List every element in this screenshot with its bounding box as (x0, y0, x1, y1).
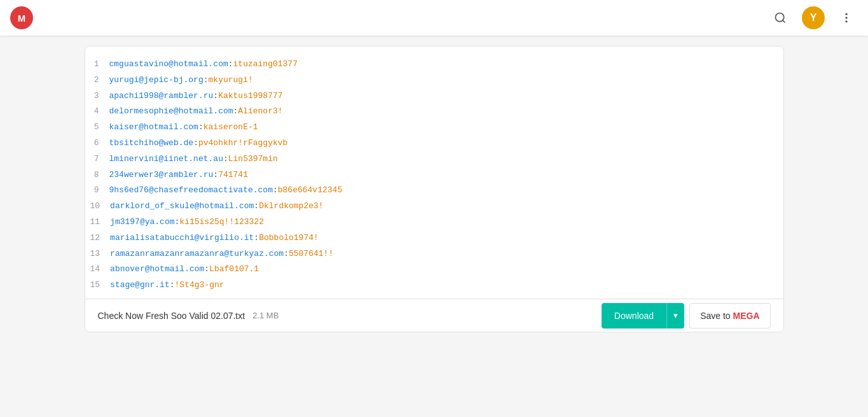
table-row: 1cmguastavino@hotmail.com:ituzaing01377 (85, 57, 783, 73)
line-number: 14 (90, 263, 111, 276)
line-separator: : (213, 90, 218, 103)
line-email: apachi1998@rambler.ru (109, 90, 214, 103)
download-dropdown-button[interactable]: ▾ (666, 303, 684, 329)
line-number: 2 (90, 74, 109, 87)
line-separator: : (254, 232, 259, 245)
line-separator: : (193, 137, 198, 150)
line-number: 11 (90, 216, 111, 229)
line-password: Kaktus1998777 (218, 90, 282, 103)
svg-point-4 (845, 20, 847, 22)
chevron-down-icon: ▾ (673, 311, 678, 320)
line-number: 13 (90, 248, 111, 261)
line-number: 4 (90, 105, 109, 118)
line-email: tbsitchiho@web.de (109, 137, 194, 150)
user-avatar[interactable]: Y (802, 6, 825, 29)
line-password: 5507641!! (289, 248, 333, 261)
download-button[interactable]: Download (602, 303, 666, 329)
footer-bar: Check Now Fresh Soo Valid 02.07.txt 2.1 … (85, 299, 783, 332)
code-area[interactable]: 1cmguastavino@hotmail.com:ituzaing013772… (85, 46, 783, 301)
line-number: 3 (90, 90, 109, 103)
line-number: 12 (90, 232, 111, 245)
line-password: Dklrdkomp2e3! (259, 200, 323, 213)
more-vert-icon (840, 11, 853, 24)
line-separator: : (203, 74, 209, 87)
line-separator: : (204, 263, 209, 276)
file-viewer: 1cmguastavino@hotmail.com:ituzaing013772… (85, 46, 784, 332)
line-password: Alienor3! (238, 105, 282, 118)
line-number: 6 (90, 137, 109, 150)
svg-point-0 (776, 13, 784, 22)
line-separator: : (170, 279, 175, 292)
line-password: Lin5397min (228, 153, 278, 166)
table-row: 11jm3197@ya.com:ki15is25q!!123322 (85, 215, 783, 230)
line-number: 9 (90, 184, 109, 197)
line-email: darklord_of_skule@hotmail.com (110, 200, 254, 213)
line-password: ki15is25q!!123322 (179, 216, 264, 229)
line-email: abnover@hotmail.com (110, 263, 204, 276)
header-right: Y (769, 6, 858, 29)
line-number: 5 (90, 121, 109, 134)
line-email: lminervini@iinet.net.au (109, 153, 223, 166)
line-password: Lbaf0107.1 (209, 263, 259, 276)
line-email: ramazanramazanramazanra@turkyaz.com (110, 248, 284, 261)
search-button[interactable] (769, 6, 792, 29)
table-row: 4delormesophie@hotmail.com:Alienor3! (85, 104, 783, 120)
line-email: delormesophie@hotmail.com (109, 105, 233, 118)
table-row: 99hs6ed76@chasefreedomactivate.com:b86e6… (85, 183, 783, 199)
line-email: yurugi@jepic-bj.org (109, 74, 203, 87)
line-separator: : (228, 58, 233, 71)
line-number: 7 (90, 153, 109, 166)
table-row: 3apachi1998@rambler.ru:Kaktus1998777 (85, 88, 783, 104)
search-icon (774, 11, 787, 24)
save-prefix: Save to (700, 311, 733, 321)
download-label: Download (614, 311, 654, 321)
line-email: jm3197@ya.com (110, 216, 174, 229)
line-email: 234werwer3@rambler.ru (109, 169, 214, 182)
table-row: 12marialisatabucchi@virgilio.it:Bobbolo1… (85, 230, 783, 246)
line-separator: : (254, 200, 259, 213)
line-email: cmguastavino@hotmail.com (109, 58, 228, 71)
mega-brand: MEGA (733, 311, 760, 321)
line-number: 15 (90, 279, 111, 292)
line-separator: : (198, 121, 203, 134)
file-info: Check Now Fresh Soo Valid 02.07.txt 2.1 … (98, 311, 279, 321)
svg-point-2 (845, 13, 847, 15)
line-separator: : (223, 153, 228, 166)
action-buttons: Download ▾ Save to MEGA (602, 303, 771, 329)
svg-point-3 (845, 17, 847, 18)
table-row: 10darklord_of_skule@hotmail.com:Dklrdkom… (85, 199, 783, 215)
file-size: 2.1 MB (252, 311, 279, 320)
line-password: ituzaing01377 (233, 58, 298, 71)
line-number: 8 (90, 169, 109, 182)
line-email: stage@gnr.it (110, 279, 170, 292)
mega-logo[interactable]: M (10, 6, 33, 29)
line-password: !St4g3-gnr (175, 279, 224, 292)
main-content: 1cmguastavino@hotmail.com:ituzaing013772… (0, 0, 868, 358)
line-separator: : (213, 169, 218, 182)
line-separator: : (175, 216, 180, 229)
line-email: kaiser@hotmail.com (109, 121, 198, 134)
save-to-mega-button[interactable]: Save to MEGA (689, 303, 770, 329)
file-name: Check Now Fresh Soo Valid 02.07.txt (98, 311, 245, 321)
line-password: 741741 (218, 169, 248, 182)
line-number: 1 (90, 58, 109, 71)
svg-line-1 (783, 20, 785, 23)
line-password: kaiseronE-1 (203, 121, 258, 134)
line-password: b86e664v12345 (278, 184, 342, 197)
line-separator: : (273, 184, 278, 197)
header-left: M (10, 6, 33, 29)
line-password: mkyurugi! (209, 74, 253, 87)
table-row: 2yurugi@jepic-bj.org:mkyurugi! (85, 73, 783, 88)
app-header: M Y (0, 0, 868, 36)
table-row: 8234werwer3@rambler.ru:741741 (85, 167, 783, 183)
more-options-button[interactable] (835, 6, 858, 29)
table-row: 5kaiser@hotmail.com:kaiseronE-1 (85, 120, 783, 136)
table-row: 6tbsitchiho@web.de:pv4ohkhr!rFaggykvb (85, 136, 783, 152)
table-row: 7lminervini@iinet.net.au:Lin5397min (85, 152, 783, 167)
line-separator: : (233, 105, 238, 118)
line-email: 9hs6ed76@chasefreedomactivate.com (109, 184, 273, 197)
table-row: 14abnover@hotmail.com:Lbaf0107.1 (85, 262, 783, 278)
line-email: marialisatabucchi@virgilio.it (110, 232, 254, 245)
table-row: 15stage@gnr.it:!St4g3-gnr (85, 278, 783, 293)
line-password: Bobbolo1974! (259, 232, 319, 245)
